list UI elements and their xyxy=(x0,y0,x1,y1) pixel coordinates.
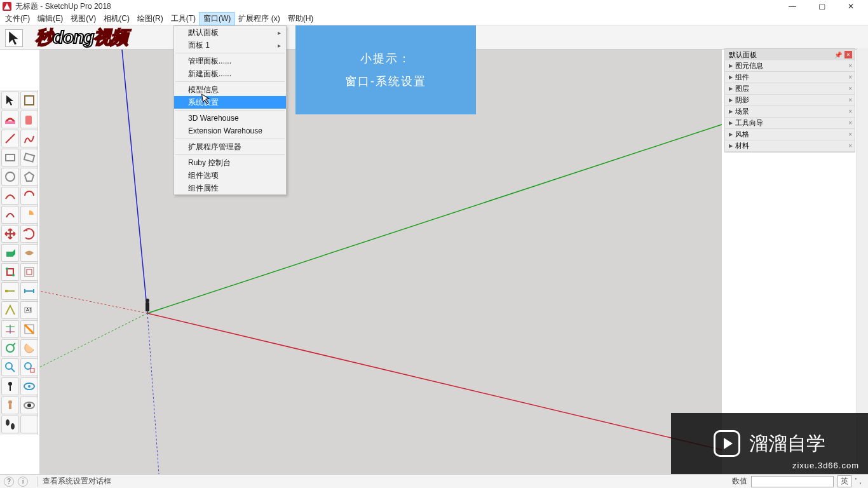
menu-工具t[interactable]: 工具(T) xyxy=(167,13,200,25)
info-icon[interactable]: i xyxy=(18,477,28,487)
move-tool[interactable] xyxy=(1,225,19,243)
menuitem-[interactable]: 默认面板 xyxy=(174,26,286,39)
paint-bucket-tool[interactable] xyxy=(20,111,38,128)
menuitem-[interactable]: 组件属性 xyxy=(174,182,286,194)
menu-绘图r[interactable]: 绘图(R) xyxy=(133,13,167,25)
tray-item-图元信息[interactable]: 图元信息× xyxy=(725,60,855,72)
maximize-button[interactable]: ▢ xyxy=(807,0,836,13)
tray-item-组件[interactable]: 组件× xyxy=(725,72,855,83)
help-icon[interactable]: ? xyxy=(4,477,14,487)
select-tool[interactable] xyxy=(1,92,19,109)
menu-separator xyxy=(175,139,285,139)
tray-item-图层[interactable]: 图层× xyxy=(725,83,855,95)
window-menu-dropdown: 默认面板面板 1管理面板......新建面板......模型信息系统设置3D W… xyxy=(173,25,287,195)
eraser-tool[interactable] xyxy=(1,111,19,128)
tray-item-场景[interactable]: 场景× xyxy=(725,106,855,118)
svg-rect-2 xyxy=(25,116,32,125)
lasso-tool[interactable] xyxy=(20,92,38,109)
measurement-input[interactable] xyxy=(751,476,834,487)
tray-item-close-icon[interactable]: × xyxy=(848,119,852,126)
tape-tool[interactable] xyxy=(1,282,19,300)
tray-item-close-icon[interactable]: × xyxy=(848,62,852,69)
menuitem-[interactable]: 系统设置 xyxy=(174,96,286,109)
svg-rect-15 xyxy=(5,290,8,292)
walk-tool[interactable] xyxy=(1,396,19,414)
tray-title[interactable]: 默认面板 📌 × xyxy=(725,49,855,60)
menuitem-3dwarehouse[interactable]: 3D Warehouse xyxy=(174,112,286,125)
menuitem-[interactable]: 组件选项 xyxy=(174,169,286,182)
select-tool-button[interactable] xyxy=(5,29,23,47)
section-tool[interactable] xyxy=(20,320,38,338)
eye-tool[interactable] xyxy=(20,396,38,414)
position-camera-tool[interactable] xyxy=(1,377,19,395)
footprints-tool-icon xyxy=(23,418,36,431)
zoom-tool[interactable] xyxy=(1,358,19,376)
axes-tool-icon xyxy=(4,323,17,336)
tray-item-close-icon[interactable]: × xyxy=(848,108,852,115)
text-tool[interactable]: A1 xyxy=(20,301,38,319)
arc-tool-icon xyxy=(4,189,17,202)
pan-tool[interactable] xyxy=(20,339,38,357)
menu-视图v[interactable]: 视图(V) xyxy=(67,13,100,25)
axes-tool[interactable] xyxy=(1,320,19,338)
2pt-arc-tool[interactable] xyxy=(20,187,38,205)
tray-item-风格[interactable]: 风格× xyxy=(725,129,855,140)
scale-tool[interactable] xyxy=(1,263,19,281)
menuitem-ruby[interactable]: Ruby 控制台 xyxy=(174,156,286,169)
minimize-button[interactable]: — xyxy=(778,0,807,13)
protractor-tool[interactable] xyxy=(1,301,19,319)
circle-tool[interactable] xyxy=(1,168,19,186)
pin-icon[interactable]: 📌 xyxy=(834,51,842,58)
zoom-extents-tool[interactable] xyxy=(20,358,38,376)
menu-扩展程序x[interactable]: 扩展程序 (x) xyxy=(234,13,283,25)
offset-tool[interactable] xyxy=(20,263,38,281)
rotate-tool[interactable] xyxy=(20,225,38,243)
tray-item-close-icon[interactable]: × xyxy=(848,131,852,138)
menuitem-[interactable]: 模型信息 xyxy=(174,83,286,96)
ime-indicator[interactable]: 英 xyxy=(837,475,851,487)
tray-item-阴影[interactable]: 阴影× xyxy=(725,95,855,106)
menu-separator xyxy=(175,110,285,111)
dimension-tool[interactable] xyxy=(20,282,38,300)
look-around-tool[interactable] xyxy=(20,377,38,395)
svg-rect-5 xyxy=(24,153,34,161)
menu-窗口w[interactable]: 窗口(W) xyxy=(200,13,234,25)
orbit-tool[interactable] xyxy=(1,339,19,357)
rotated-rect-tool[interactable] xyxy=(20,149,38,166)
menu-编辑e[interactable]: 编辑(E) xyxy=(34,13,67,25)
menu-相机c[interactable]: 相机(C) xyxy=(100,13,133,25)
tray-item-工具向导[interactable]: 工具向导× xyxy=(725,118,855,129)
menuitem-extensionwarehouse[interactable]: Extension Warehouse xyxy=(174,125,286,137)
tray-item-close-icon[interactable]: × xyxy=(848,97,852,104)
tray-item-close-icon[interactable]: × xyxy=(848,142,852,149)
pushpull-tool[interactable] xyxy=(1,244,19,262)
3pt-arc-tool[interactable] xyxy=(1,206,19,224)
footprints-tool[interactable] xyxy=(20,416,38,433)
cursor-icon xyxy=(6,30,22,46)
menuitem-1[interactable]: 面板 1 xyxy=(174,39,286,51)
tray-item-材料[interactable]: 材料× xyxy=(725,140,855,152)
line-tool[interactable] xyxy=(1,130,19,147)
menu-文件f[interactable]: 文件(F) xyxy=(1,13,34,25)
menuitem-[interactable]: 管理面板...... xyxy=(174,55,286,67)
followme-tool[interactable] xyxy=(20,244,38,262)
menuitem-[interactable]: 新建面板...... xyxy=(174,67,286,80)
polygon-tool[interactable] xyxy=(20,168,38,186)
menuitem-[interactable]: 扩展程序管理器 xyxy=(174,140,286,153)
rectangle-tool[interactable] xyxy=(1,149,19,166)
pie-tool[interactable] xyxy=(20,206,38,224)
tray-close-icon[interactable]: × xyxy=(844,51,852,58)
svg-rect-1 xyxy=(5,121,15,124)
zoom-extents-tool-icon xyxy=(23,361,36,374)
tray-item-close-icon[interactable]: × xyxy=(848,74,852,81)
ime-indicator-2[interactable]: '， xyxy=(855,476,864,487)
tray-item-close-icon[interactable]: × xyxy=(848,85,852,92)
person-tool[interactable] xyxy=(1,416,19,433)
arc-tool[interactable] xyxy=(1,187,19,205)
title-bar: 无标题 - SketchUp Pro 2018 — ▢ ✕ xyxy=(0,0,868,13)
close-button[interactable]: ✕ xyxy=(836,0,865,13)
freehand-tool[interactable] xyxy=(20,130,38,147)
svg-line-28 xyxy=(11,369,15,372)
menu-帮助h[interactable]: 帮助(H) xyxy=(284,13,318,25)
freehand-tool-icon xyxy=(23,132,36,145)
